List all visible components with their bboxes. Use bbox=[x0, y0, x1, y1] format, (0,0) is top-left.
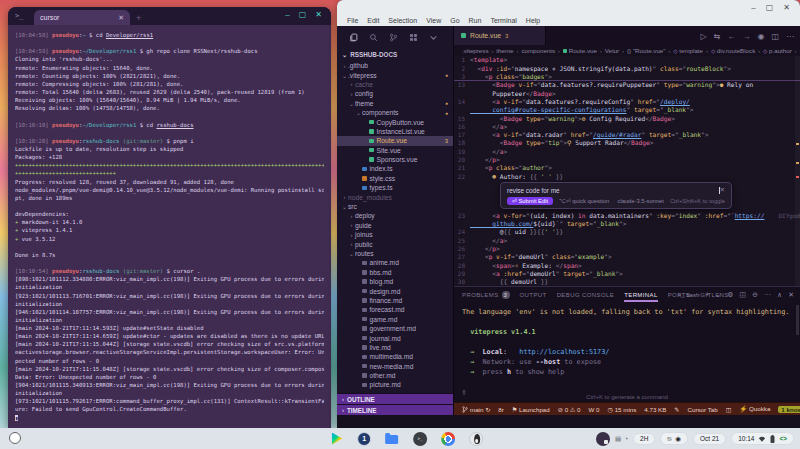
tree-file-other-md[interactable]: other.md bbox=[337, 371, 453, 380]
shelf-app-files[interactable] bbox=[385, 432, 399, 446]
close-panel-icon[interactable]: ✕ bbox=[788, 291, 794, 299]
tab-route-vue[interactable]: Route.vue 3 bbox=[454, 26, 546, 45]
tree-file-index-ts[interactable]: index.ts bbox=[337, 164, 453, 173]
new-terminal-icon[interactable]: + bbox=[705, 291, 709, 298]
status-area[interactable]: 10:14 <> bbox=[731, 432, 794, 445]
terminal-titlebar[interactable]: >_ cursor ✕ + – ▢ ✕ bbox=[8, 7, 331, 25]
tree-file-sponsors-vue[interactable]: Sponsors.vue bbox=[337, 155, 453, 164]
maximize-panel-icon[interactable]: ∧ bbox=[777, 291, 782, 299]
terminal-minimize-icon[interactable]: – bbox=[285, 11, 289, 19]
shelf-app-onepassword[interactable]: 1 bbox=[357, 432, 371, 446]
menu-edit[interactable]: Edit bbox=[367, 17, 379, 24]
tree-folder-routes[interactable]: ⌄routes bbox=[337, 249, 453, 258]
widget-input[interactable]: revise code for me bbox=[507, 187, 718, 194]
breadcrumb-item[interactable]: Vetur bbox=[605, 47, 619, 54]
debug-icon[interactable]: ◉ bbox=[757, 32, 764, 41]
tree-file-multimedia-md[interactable]: multimedia.md bbox=[337, 352, 453, 361]
tree-file-finance-md[interactable]: finance.md bbox=[337, 296, 453, 305]
status-item--[interactable]: ✎ bbox=[674, 406, 679, 413]
tree-folder-deploy[interactable]: ›deploy bbox=[337, 211, 453, 220]
source-control-icon[interactable] bbox=[389, 33, 398, 42]
tree-file-forecast-md[interactable]: forecast.md bbox=[337, 305, 453, 314]
tree-folder-cache[interactable]: ›cache bbox=[337, 80, 453, 89]
chevron-down-icon[interactable] bbox=[429, 33, 438, 42]
open-changes-icon[interactable]: ⇆ bbox=[714, 32, 721, 41]
tree-file-blog-md[interactable]: blog.md bbox=[337, 277, 453, 286]
tree-file-instancelist-vue[interactable]: InstanceList.vue bbox=[337, 127, 453, 136]
panel-scrollbar[interactable] bbox=[796, 305, 799, 335]
tree-file-game-md[interactable]: game.md bbox=[337, 315, 453, 324]
breadcrumb-item[interactable]: components bbox=[521, 47, 555, 54]
breadcrumb-item[interactable]: {} "Route.vue" bbox=[627, 47, 665, 54]
terminal-tab[interactable]: cursor ✕ bbox=[34, 10, 130, 25]
status-item-8r[interactable]: 8r bbox=[498, 406, 504, 413]
tree-file-anime-md[interactable]: anime.md bbox=[337, 258, 453, 267]
tree-folder-guide[interactable]: ›guide bbox=[337, 221, 453, 230]
widget-close-icon[interactable]: ✕ bbox=[720, 186, 725, 194]
terminal-new-tab-icon[interactable]: + bbox=[136, 13, 141, 23]
forward-icon[interactable]: → bbox=[742, 32, 750, 41]
more-icon[interactable]: ⋯ bbox=[764, 291, 771, 299]
split-editor-icon[interactable]: ◫ bbox=[771, 32, 779, 41]
status-item-1-known-issue[interactable]: 1 known issue bbox=[778, 406, 800, 413]
tree-file-bbs-md[interactable]: bbs.md bbox=[337, 268, 453, 277]
tree-file-journal-md[interactable]: journal.md bbox=[337, 333, 453, 342]
shell-selector[interactable]: >_bash bbox=[677, 292, 699, 298]
window-close-icon[interactable]: ✕ bbox=[783, 3, 790, 12]
tree-file-copybutton-vue[interactable]: CopyButton.vue bbox=[337, 117, 453, 126]
date-pill[interactable]: Oct 21 bbox=[693, 433, 726, 445]
shelf-app-chrome[interactable] bbox=[441, 432, 455, 446]
shelf-app-playstore[interactable] bbox=[329, 432, 343, 446]
integrated-terminal-output[interactable]: The language 'env' is not loaded, fallin… bbox=[454, 302, 800, 402]
shelf-app-terminal[interactable]: >_ bbox=[413, 432, 427, 446]
menu-help[interactable]: Help bbox=[526, 17, 540, 24]
explorer-header[interactable]: ⌄ RSSHUB-DOCS bbox=[337, 48, 453, 61]
status-item--[interactable]: ◫ bbox=[726, 406, 732, 413]
breadcrumb-item[interactable]: ◇ div.routeBlock bbox=[711, 47, 755, 54]
tree-file-picture-md[interactable]: picture.md bbox=[337, 380, 453, 389]
menu-run[interactable]: Run bbox=[469, 17, 482, 24]
breadcrumb-item[interactable]: ◇ template bbox=[673, 47, 703, 54]
breadcrumb-item[interactable]: ◇ p.author bbox=[763, 47, 792, 54]
breadcrumb-item[interactable]: Route.vue bbox=[563, 47, 597, 54]
split-terminal-icon[interactable]: ◫ bbox=[740, 291, 747, 299]
more-actions-icon[interactable]: ⋯ bbox=[786, 32, 794, 41]
status-item--launchpad[interactable]: ⚑ Launchpad bbox=[512, 406, 550, 413]
menu-file[interactable]: File bbox=[347, 17, 358, 24]
submit-edit-button[interactable]: ⏎ Submit Edit bbox=[507, 197, 553, 205]
back-icon[interactable]: ← bbox=[727, 32, 735, 41]
gear-icon[interactable]: ⚙ bbox=[727, 291, 733, 299]
files-icon[interactable] bbox=[349, 33, 358, 42]
notification-icon[interactable]: ▤ bbox=[615, 435, 621, 443]
tree-file-design-md[interactable]: design.md bbox=[337, 286, 453, 295]
menu-selection[interactable]: Selection bbox=[388, 17, 417, 24]
tree-folder-theme[interactable]: ⌄theme● bbox=[337, 99, 453, 108]
terminal-tab-close-icon[interactable]: ✕ bbox=[118, 14, 124, 22]
panel-tab-terminal[interactable]: TERMINAL bbox=[624, 287, 658, 302]
capture-icon[interactable]: ◔ bbox=[624, 435, 628, 443]
inline-edit-widget[interactable]: revise code for me✕⏎ Submit Edit⌥⏎ quick… bbox=[500, 182, 732, 209]
tree-file-route-vue[interactable]: Route.vue3 bbox=[337, 136, 453, 145]
tree-folder-components[interactable]: ⌄components● bbox=[337, 108, 453, 117]
menu-view[interactable]: View bbox=[426, 17, 441, 24]
launcher-button[interactable] bbox=[9, 432, 21, 444]
menu-go[interactable]: Go bbox=[450, 17, 459, 24]
status-item-w-0[interactable]: W 0 bbox=[589, 406, 600, 413]
tree-file-style-css[interactable]: style.css bbox=[337, 174, 453, 183]
window-minimize-icon[interactable]: – bbox=[751, 3, 755, 12]
breadcrumb-item[interactable]: .vitepress bbox=[462, 47, 488, 54]
tree-folder-config[interactable]: ›config bbox=[337, 89, 453, 98]
window-maximize-icon[interactable]: ▢ bbox=[766, 3, 774, 12]
search-icon[interactable] bbox=[369, 33, 378, 42]
tree-file-new-media-md[interactable]: new-media.md bbox=[337, 362, 453, 371]
quick-question-button[interactable]: ⌥⏎ quick question bbox=[559, 198, 609, 204]
battery-time-pill[interactable]: 2H bbox=[633, 433, 655, 445]
panel-tab-output[interactable]: OUTPUT bbox=[520, 287, 547, 302]
tree-file-government-md[interactable]: government.md bbox=[337, 324, 453, 333]
status-item-cursor-tab[interactable]: Cursor Tab bbox=[688, 406, 718, 413]
outline-section[interactable]: › OUTLINE bbox=[337, 393, 453, 404]
panel-tab-problems[interactable]: PROBLEMS3 bbox=[462, 287, 510, 302]
tree-folder-public[interactable]: ›public bbox=[337, 239, 453, 248]
status-item-main-[interactable]: main ↻ bbox=[462, 406, 490, 413]
timeline-section[interactable]: › TIMELINE bbox=[337, 404, 453, 415]
